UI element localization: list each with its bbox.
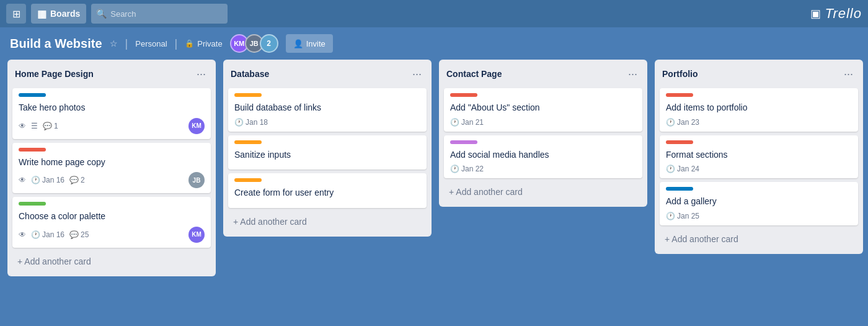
- card-badge: 💬1: [43, 122, 58, 130]
- badge-icon: 👁: [19, 176, 26, 184]
- badge-icon: ☰: [31, 122, 38, 130]
- card-footer: 👁☰💬1KM: [19, 118, 205, 134]
- card-label: [234, 93, 262, 97]
- card[interactable]: Add "About Us" section🕐Jan 21: [444, 88, 642, 132]
- card-badge: 🕐Jan 24: [666, 165, 699, 173]
- list-header-home-page-design: Home Page Design···: [12, 66, 211, 84]
- trello-logo: ▣ Trello: [810, 6, 862, 22]
- card-footer: 🕐Jan 21: [450, 118, 636, 127]
- card[interactable]: Take hero photos👁☰💬1KM: [12, 88, 211, 139]
- card[interactable]: Choose a color palette👁🕐Jan 16💬25KM: [12, 197, 211, 248]
- card-label: [666, 140, 693, 144]
- badge-icon: 💬: [43, 122, 52, 130]
- card-label: [666, 187, 693, 191]
- home-button[interactable]: ⊞: [6, 4, 26, 24]
- add-card-button[interactable]: + Add another card: [228, 213, 427, 230]
- card[interactable]: Add items to portfolio🕐Jan 23: [660, 88, 858, 132]
- list-title: Database: [231, 69, 269, 79]
- add-card-button[interactable]: + Add another card: [444, 183, 642, 201]
- list-title: Home Page Design: [15, 69, 94, 79]
- badge-value: Jan 25: [677, 212, 699, 220]
- list-header-contact-page: Contact Page···: [444, 66, 642, 84]
- card-label: [450, 93, 477, 97]
- card-footer: 🕐Jan 22: [450, 165, 636, 173]
- card-avatar: KM: [188, 227, 205, 243]
- badge-icon: 🕐: [666, 212, 675, 220]
- visibility-label: Personal: [135, 39, 167, 48]
- divider-1: |: [125, 37, 128, 50]
- card-title: Add "About Us" section: [450, 102, 636, 114]
- card-badge: 🕐Jan 21: [450, 118, 484, 127]
- card-badge: 🕐Jan 18: [234, 118, 268, 127]
- board-title: Build a Website: [10, 37, 102, 51]
- lock-icon: 🔒: [185, 39, 194, 48]
- badge-value: Jan 21: [461, 118, 484, 127]
- visibility-button[interactable]: Personal: [135, 39, 167, 48]
- badge-value: 2: [81, 176, 85, 184]
- card-label: [450, 140, 477, 144]
- card-badge: 🕐Jan 23: [666, 118, 699, 127]
- star-icon[interactable]: ☆: [110, 38, 118, 48]
- list-title: Portfolio: [662, 69, 698, 79]
- privacy-button[interactable]: 🔒 Private: [185, 39, 222, 48]
- badge-value: 1: [54, 122, 58, 130]
- card-title: Write home page copy: [19, 156, 205, 169]
- search-input[interactable]: [110, 9, 223, 19]
- badge-value: Jan 18: [246, 118, 268, 127]
- badge-icon: 🕐: [666, 118, 675, 127]
- card[interactable]: Add social media handles🕐Jan 22: [444, 135, 642, 179]
- list-contact-page: Contact Page···Add "About Us" section🕐Ja…: [439, 60, 647, 207]
- invite-label: Invite: [306, 39, 326, 48]
- member-count-badge[interactable]: 2: [260, 34, 278, 53]
- card-title: Format sections: [666, 149, 852, 161]
- invite-button[interactable]: 👤 Invite: [286, 34, 333, 53]
- card[interactable]: Add a gallery🕐Jan 25: [660, 182, 858, 225]
- card[interactable]: Write home page copy👁🕐Jan 16💬2JB: [12, 143, 211, 194]
- search-icon: 🔍: [96, 9, 107, 19]
- list-menu-button[interactable]: ···: [194, 67, 208, 81]
- add-card-button[interactable]: + Add another card: [12, 253, 211, 270]
- card[interactable]: Format sections🕐Jan 24: [660, 135, 858, 179]
- badge-value: Jan 24: [677, 165, 699, 173]
- card-title: Add items to portfolio: [666, 102, 852, 114]
- members-group: KM JB 2: [230, 34, 278, 53]
- card-badge: 👁: [19, 122, 26, 130]
- card-badge: 🕐Jan 25: [666, 212, 699, 220]
- add-card-button[interactable]: + Add another card: [660, 230, 858, 248]
- list-database: Database···Build database of links🕐Jan 1…: [223, 60, 432, 237]
- card-avatar: KM: [188, 118, 205, 134]
- list-menu-button[interactable]: ···: [410, 67, 424, 81]
- board-icon: ▦: [37, 8, 46, 20]
- card-footer: 🕐Jan 18: [234, 118, 420, 127]
- badge-value: 25: [81, 230, 89, 239]
- card-footer: 👁🕐Jan 16💬25KM: [19, 227, 205, 243]
- card-title: Create form for user entry: [234, 187, 420, 199]
- badge-icon: 💬: [69, 230, 79, 239]
- search-bar[interactable]: 🔍: [91, 4, 228, 24]
- card-label: [234, 178, 262, 182]
- card-footer: 👁🕐Jan 16💬2JB: [19, 172, 205, 188]
- badge-icon: 👁: [19, 122, 26, 130]
- list-menu-button[interactable]: ···: [626, 67, 640, 81]
- card-title: Choose a color palette: [19, 211, 205, 223]
- card-label: [234, 140, 262, 144]
- card[interactable]: Build database of links🕐Jan 18: [228, 88, 427, 132]
- board-content: Home Page Design···Take hero photos👁☰💬1K…: [0, 60, 868, 284]
- boards-button[interactable]: ▦ Boards: [31, 4, 86, 24]
- card-badge: 💬25: [69, 230, 89, 239]
- trello-logo-icon: ▣: [810, 7, 822, 20]
- badge-icon: 🕐: [450, 165, 459, 173]
- card-badge: 👁: [19, 230, 26, 239]
- card[interactable]: Sanitize inputs: [228, 135, 427, 170]
- list-menu-button[interactable]: ···: [841, 67, 856, 81]
- divider-2: |: [175, 37, 178, 50]
- card-title: Add social media handles: [450, 149, 636, 161]
- privacy-label: Private: [197, 39, 222, 48]
- card-label: [19, 93, 46, 97]
- card-badge: ☰: [31, 122, 38, 130]
- card-footer: 🕐Jan 23: [666, 118, 852, 127]
- card[interactable]: Create form for user entry: [228, 173, 427, 208]
- card-title: Take hero photos: [19, 102, 205, 114]
- board-header: Build a Website ☆ | Personal | 🔒 Private…: [0, 27, 868, 60]
- badge-icon: 🕐: [450, 118, 459, 127]
